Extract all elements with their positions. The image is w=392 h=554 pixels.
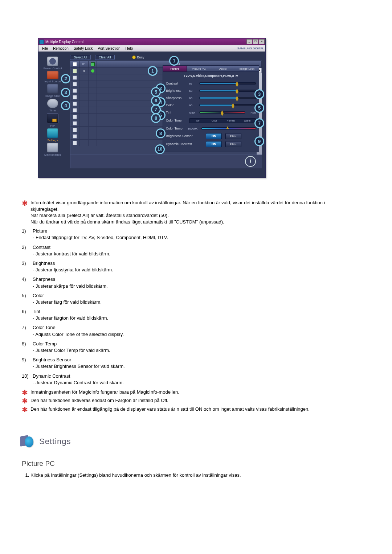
list-item: 4)Sharpness- Justerar skärpa för vald bi… xyxy=(22,276,348,289)
row-id: 0 xyxy=(79,68,89,74)
row-tint: Tint G50 R50 xyxy=(166,109,256,116)
tone-normal[interactable]: Normal xyxy=(222,119,239,123)
row-checkbox[interactable] xyxy=(73,89,77,93)
pip-icon xyxy=(47,113,58,123)
info-icon[interactable]: i xyxy=(245,156,256,167)
tint-label: Tint xyxy=(166,111,189,114)
window-title: Multiple Display Control xyxy=(45,40,83,44)
col-status[interactable] xyxy=(89,61,97,67)
row-checkbox[interactable] xyxy=(73,108,77,112)
color-temp-label: Color Temp xyxy=(166,127,188,130)
menu-help[interactable]: Help xyxy=(123,46,135,50)
brightness-slider[interactable] xyxy=(199,90,256,92)
color-label: Color xyxy=(166,103,189,107)
tab-picture[interactable]: Picture xyxy=(163,65,187,72)
contrast-slider[interactable] xyxy=(199,82,256,85)
grid-toolbar: Select All Clear All Busy xyxy=(70,55,262,60)
row-checkbox[interactable] xyxy=(73,128,77,132)
check-all[interactable] xyxy=(73,62,77,66)
settings-section-icon xyxy=(20,434,35,449)
app-icon xyxy=(39,40,44,44)
row-checkbox[interactable] xyxy=(73,95,77,99)
select-all-button[interactable]: Select All xyxy=(70,55,91,60)
sharpness-slider[interactable] xyxy=(199,97,256,99)
tone-off[interactable]: Off xyxy=(189,119,206,123)
color-value: 60 xyxy=(189,104,199,107)
step-item: Klicka på Inställningar (Settings) bland… xyxy=(30,472,348,478)
color-temp-slider[interactable] xyxy=(201,127,256,130)
clear-all-button[interactable]: Clear All xyxy=(95,55,115,60)
star-icon: ✱ xyxy=(22,398,27,403)
tint-g: G50 xyxy=(189,111,199,114)
note-line: När markera alla (Select All) är valt, å… xyxy=(30,212,348,219)
close-button[interactable]: × xyxy=(259,39,265,44)
numbered-list: 1)Picture- Endast tillgängligt för TV, A… xyxy=(22,228,348,386)
tab-picture-pc[interactable]: Picture PC xyxy=(187,65,211,72)
note-status-on: ✱ Den här funktionen är endast tillgängl… xyxy=(22,406,348,413)
power-icon xyxy=(47,57,58,66)
sidebar-label: Time xyxy=(49,109,56,112)
dynamic-contrast-on[interactable]: ON xyxy=(206,141,222,147)
color-slider[interactable] xyxy=(199,104,256,106)
row-sharpness: Sharpness 68 xyxy=(166,94,256,102)
section-header: Settings xyxy=(20,434,348,449)
row-checkbox[interactable] xyxy=(73,134,77,139)
minimize-button[interactable]: _ xyxy=(246,39,252,44)
maximize-button[interactable]: □ xyxy=(253,39,258,44)
sidebar-label: Settings xyxy=(48,139,58,142)
busy-label: Busy xyxy=(137,56,144,59)
brightness-label: Brightness xyxy=(166,89,189,93)
sidebar-label: Image Size xyxy=(45,94,60,98)
sidebar-item-maintenance[interactable]: Maintenance xyxy=(40,143,65,156)
star-icon: ✱ xyxy=(22,390,27,395)
star-icon: ✱ xyxy=(22,201,27,206)
note-line: Inforutnätet visar grundläggande informa… xyxy=(30,200,348,212)
note-line: När du ändrar ett värde på denna skärm ä… xyxy=(30,219,348,225)
steps-list: Klicka på Inställningar (Settings) bland… xyxy=(22,472,348,478)
contrast-label: Contrast xyxy=(166,82,189,85)
contrast-value: 67 xyxy=(189,82,199,85)
sidebar-item-power-control[interactable]: Power Control xyxy=(40,57,65,70)
menu-port-selection[interactable]: Port Selection xyxy=(95,46,122,50)
list-item: 6)Tint- Justerar färgton för vald bildsk… xyxy=(22,308,348,321)
brightness-value: 68 xyxy=(189,89,199,93)
app-window: Multiple Display Control _ □ × File Remo… xyxy=(38,38,266,178)
sidebar-item-settings[interactable]: Settings xyxy=(40,128,65,142)
brightness-sensor-label: Brightness Sensor xyxy=(166,134,202,138)
list-item: 10)Dynamic Contrast- Justerar Dynamic Co… xyxy=(22,373,348,386)
menu-safety-lock[interactable]: Safety Lock xyxy=(72,46,95,50)
col-id[interactable]: ID xyxy=(79,61,89,67)
note-magicinfo: ✱ Inmatningsenheten för MagicInfo funger… xyxy=(22,389,348,395)
sidebar-item-pip[interactable]: PIP xyxy=(40,113,65,127)
document-text: ✱ Inforutnätet visar grundläggande infor… xyxy=(22,200,348,478)
menu-bar: File Remocon Safety Lock Port Selection … xyxy=(38,45,265,52)
sidebar-label: Maintenance xyxy=(44,153,61,156)
sidebar-item-input-source[interactable]: Input Source 2 xyxy=(40,71,65,83)
dynamic-contrast-off[interactable]: OFF xyxy=(225,141,241,147)
row-checkbox[interactable] xyxy=(73,121,77,126)
input-source-icon xyxy=(47,71,58,79)
menu-remocon[interactable]: Remocon xyxy=(51,46,71,50)
title-bar[interactable]: Multiple Display Control _ □ × xyxy=(38,38,265,45)
callout-badge: 3 xyxy=(254,89,264,99)
sidebar-item-time[interactable]: Time 4 xyxy=(40,99,65,112)
row-checkbox[interactable] xyxy=(73,82,77,86)
tab-image-lock[interactable]: Image Lock xyxy=(235,65,259,72)
brightness-sensor-off[interactable]: OFF xyxy=(225,133,241,139)
tone-cool[interactable]: Cool xyxy=(206,119,223,123)
row-checkbox[interactable] xyxy=(73,115,77,119)
tab-audio[interactable]: Audio xyxy=(211,65,235,72)
color-tone-slider[interactable]: Off Cool Normal Warm xyxy=(189,118,256,123)
menu-file[interactable]: File xyxy=(40,46,50,50)
row-checkbox[interactable] xyxy=(73,69,77,73)
tone-warm[interactable]: Warm xyxy=(239,119,256,123)
brightness-sensor-on[interactable]: ON xyxy=(206,133,222,139)
note-line: Inmatningsenheten för MagicInfo fungerar… xyxy=(30,389,179,395)
row-checkbox[interactable] xyxy=(73,141,77,145)
tint-slider[interactable] xyxy=(199,111,245,114)
sidebar-item-image-size[interactable]: Image Size 3 xyxy=(40,84,65,98)
rpanel-tabs: Picture Picture PC Audio Image Lock xyxy=(163,65,259,72)
busy-indicator: Busy xyxy=(132,56,144,59)
row-checkbox[interactable] xyxy=(73,75,77,80)
row-checkbox[interactable] xyxy=(73,102,77,106)
